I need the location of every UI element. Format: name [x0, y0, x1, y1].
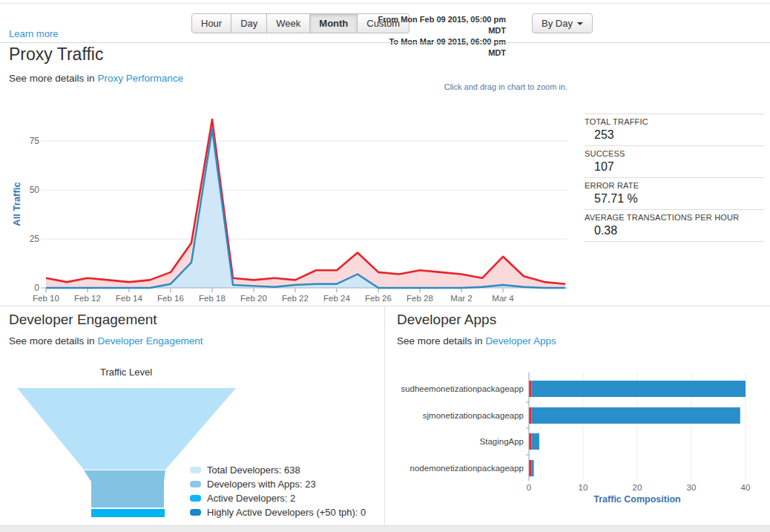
svg-text:0: 0	[527, 483, 531, 492]
svg-text:Feb 12: Feb 12	[74, 294, 101, 303]
proxy-traffic-stats: TOTAL TRAFFIC 253 SUCCESS 107 ERROR RATE…	[585, 114, 764, 242]
legend-item-total-developers: Total Developers: 638	[190, 463, 366, 477]
svg-text:StagingApp: StagingApp	[480, 437, 524, 446]
svg-text:Feb 10: Feb 10	[33, 294, 59, 303]
date-from: From Mon Feb 09 2015, 05:00 pm MDT	[371, 14, 506, 36]
developer-apps-title: Developer Apps	[397, 312, 496, 328]
svg-text:40: 40	[741, 483, 751, 492]
stat-value: 0.38	[585, 224, 764, 237]
date-range: From Mon Feb 09 2015, 05:00 pm MDT To Mo…	[371, 14, 506, 59]
bottom-strip	[0, 525, 770, 532]
chart-zoom-hint: Click and drag in chart to zoom in.	[444, 82, 567, 91]
developer-apps-chart: sudheemonetizationpackageappsjmonetizati…	[397, 371, 768, 512]
analytics-dashboard: Learn more Hour Day Week Month Custom Fr…	[0, 0, 770, 532]
legend-swatch	[190, 495, 201, 502]
range-button-day[interactable]: Day	[231, 13, 267, 33]
legend-label: Total Developers: 638	[207, 464, 300, 476]
stat-value: 253	[585, 128, 764, 142]
svg-text:Traffic Composition: Traffic Composition	[593, 494, 680, 505]
svg-text:Feb 28: Feb 28	[407, 294, 433, 303]
range-button-month[interactable]: Month	[310, 13, 358, 33]
panel-divider	[384, 306, 385, 525]
legend-item-developers-with-apps: Developers with Apps: 23	[190, 477, 366, 491]
top-divider	[0, 3, 770, 4]
subtitle-text: See more details in	[397, 335, 483, 347]
proxy-traffic-chart[interactable]: 0255075Feb 10Feb 12Feb 14Feb 16Feb 18Feb…	[4, 108, 575, 304]
svg-text:30: 30	[687, 483, 697, 492]
section-divider	[0, 306, 770, 306]
legend-label: Developers with Apps: 23	[207, 479, 316, 490]
stat-total-traffic: TOTAL TRAFFIC 253	[585, 114, 764, 145]
svg-text:Feb 14: Feb 14	[116, 294, 142, 303]
range-button-week[interactable]: Week	[267, 13, 310, 33]
svg-text:10: 10	[579, 483, 588, 492]
svg-text:25: 25	[30, 234, 40, 244]
legend-label: Active Developers: 2	[207, 493, 295, 504]
stat-error-rate: ERROR RATE 57.71 %	[585, 177, 764, 209]
legend-swatch	[190, 509, 201, 516]
developer-engagement-subtitle: See more details inDeveloper Engagement	[9, 335, 203, 347]
legend-swatch	[190, 467, 201, 473]
subtitle-text: See more details in	[9, 335, 95, 347]
svg-text:All Traffic: All Traffic	[11, 182, 22, 226]
legend-item-active-developers: Active Developers: 2	[190, 491, 366, 505]
granularity-label: By Day	[542, 18, 573, 29]
funnel-title: Traffic Level	[45, 367, 208, 378]
proxy-traffic-title: Proxy Traffic	[9, 45, 103, 65]
svg-text:Feb 18: Feb 18	[199, 294, 226, 303]
learn-more-link[interactable]: Learn more	[9, 28, 58, 39]
legend-label: Highly Active Developers (+50 tph): 0	[207, 507, 366, 518]
svg-text:Feb 22: Feb 22	[282, 294, 309, 303]
svg-text:50: 50	[30, 185, 40, 195]
legend-item-highly-active-developers: Highly Active Developers (+50 tph): 0	[190, 505, 366, 519]
engagement-legend: Total Developers: 638 Developers with Ap…	[190, 463, 366, 519]
proxy-traffic-subtitle: See more details inProxy Performance	[9, 73, 183, 84]
svg-text:Feb 20: Feb 20	[240, 294, 267, 303]
developer-apps-link[interactable]: Developer Apps	[486, 335, 556, 347]
svg-text:75: 75	[30, 136, 40, 146]
stat-value: 107	[585, 160, 764, 174]
granularity-dropdown[interactable]: By Day	[532, 13, 593, 33]
proxy-performance-link[interactable]: Proxy Performance	[98, 73, 184, 84]
svg-text:sjmonetizationpackageapp: sjmonetizationpackageapp	[423, 411, 524, 420]
svg-text:0: 0	[34, 283, 39, 293]
topbar-divider	[0, 42, 770, 43]
stat-avg-tph: AVERAGE TRANSACTIONS PER HOUR 0.38	[585, 209, 764, 242]
svg-text:sudheemonetizationpackageapp: sudheemonetizationpackageapp	[401, 384, 524, 393]
svg-text:20: 20	[633, 483, 642, 492]
stat-label: AVERAGE TRANSACTIONS PER HOUR	[585, 213, 764, 222]
range-button-hour[interactable]: Hour	[191, 13, 231, 33]
svg-text:Feb 24: Feb 24	[323, 294, 350, 303]
date-to: To Mon Mar 09 2015, 06:00 pm MDT	[371, 36, 506, 59]
developer-engagement-title: Developer Engagement	[9, 312, 157, 328]
chevron-down-icon	[577, 22, 583, 25]
stat-value: 57.71 %	[585, 192, 764, 206]
legend-swatch	[190, 481, 201, 487]
svg-text:nodemonetizationpackageapp: nodemonetizationpackageapp	[410, 464, 524, 473]
developer-apps-subtitle: See more details inDeveloper Apps	[397, 335, 556, 347]
svg-text:Mar 2: Mar 2	[450, 294, 472, 303]
stat-label: ERROR RATE	[585, 181, 764, 190]
stat-label: SUCCESS	[585, 149, 764, 158]
stat-success: SUCCESS 107	[585, 145, 764, 177]
svg-text:Mar 4: Mar 4	[492, 294, 514, 303]
svg-text:Feb 26: Feb 26	[365, 294, 392, 303]
svg-text:Feb 16: Feb 16	[157, 294, 184, 303]
subtitle-text: See more details in	[9, 73, 95, 84]
stat-label: TOTAL TRAFFIC	[585, 117, 764, 126]
developer-engagement-link[interactable]: Developer Engagement	[98, 335, 203, 347]
